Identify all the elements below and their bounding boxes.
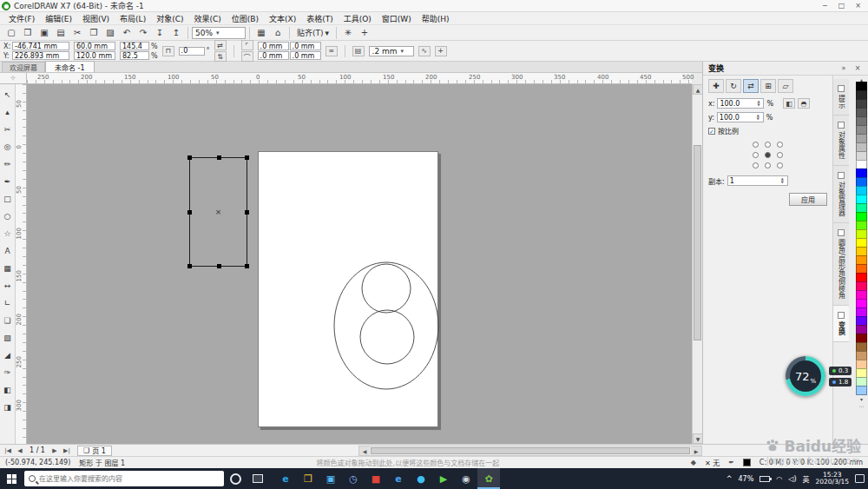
print-icon[interactable]: ▤ (53, 26, 69, 40)
table-tool[interactable]: ▦ (1, 260, 15, 277)
selection-handle-w[interactable] (187, 210, 192, 215)
anchor-point[interactable] (753, 152, 759, 158)
wrap-text-button[interactable]: ▤ (352, 46, 365, 56)
edit-corners-together-button[interactable]: ∞ (326, 46, 338, 56)
save-icon[interactable]: ▣ (36, 26, 52, 40)
menu-item[interactable]: 窗口(W) (377, 12, 417, 24)
zoom-tool[interactable]: ◎ (1, 138, 15, 155)
object-center-marker[interactable]: × (215, 208, 222, 216)
menu-item[interactable]: 效果(C) (188, 12, 226, 24)
docker-tab-corners[interactable]: 圆角/扇形角/倒棱角 (833, 223, 849, 306)
rectangle-tool[interactable]: □ (1, 190, 15, 208)
selection-handle-se[interactable] (245, 264, 249, 268)
taskbar-app-media[interactable]: ■ (365, 468, 387, 489)
dimension-tool[interactable]: ↔ (1, 277, 15, 294)
proportional-checkbox[interactable]: ✓ (708, 128, 715, 135)
selected-rectangle[interactable]: × (189, 157, 247, 267)
previous-page-button[interactable]: ◀ (15, 447, 25, 454)
transparency-tool[interactable]: ▧ (1, 329, 15, 347)
ellipse-tool[interactable]: ○ (1, 208, 15, 225)
outline-width-select[interactable]: .2 mm ▾ (369, 46, 414, 56)
selection-handle-e[interactable] (245, 210, 249, 215)
scale-y-field[interactable]: 82.5 (120, 51, 149, 60)
vertical-scroll-thumb[interactable] (694, 145, 701, 340)
docker-tab-hints[interactable]: 提示 (833, 79, 849, 116)
taskbar-app-coreldraw[interactable]: ✿ (477, 468, 500, 489)
transform-rotate-button[interactable]: ↻ (726, 79, 741, 93)
last-page-button[interactable]: ▶| (62, 447, 72, 454)
net-speed-gauge[interactable]: 72 % 0.3 1.8 (786, 356, 852, 396)
anchor-point[interactable] (765, 142, 771, 148)
connector-tool[interactable]: ∟ (1, 294, 15, 312)
round-corner-button[interactable]: ⌜ (241, 40, 253, 50)
lock-ratio-button[interactable]: ⊓ (162, 46, 174, 56)
docker-tab-object-manager[interactable]: 对象管理器 (833, 166, 849, 223)
docker-tab-object-properties[interactable]: 对象属性 (833, 116, 849, 166)
horizontal-scrollbar[interactable]: ◀ ▶ (358, 446, 702, 456)
mirror-vertical-button[interactable]: ⇅ (214, 51, 227, 62)
text-tool[interactable]: A (1, 242, 15, 260)
taskbar-app-browser[interactable]: ● (410, 468, 432, 489)
top-circle-shape[interactable] (362, 264, 411, 313)
taskbar-clock[interactable]: 15:23 2020/3/15 (816, 472, 849, 486)
transform-mirror-vertical-button[interactable]: ◓ (798, 98, 810, 109)
object-height-field[interactable]: 120.0 mm (74, 51, 115, 60)
selection-handle-ne[interactable] (245, 155, 249, 160)
page-1-tab[interactable]: ❑ 页 1 (77, 446, 112, 456)
mirror-horizontal-button[interactable]: ⇄ (214, 40, 227, 50)
minimize-button[interactable]: ─ (817, 1, 833, 11)
transform-mirror-horizontal-button[interactable]: ◧ (783, 98, 795, 109)
welcome-screen-icon[interactable]: ⌂ (270, 26, 286, 40)
horizontal-scroll-thumb[interactable] (371, 447, 690, 454)
anchor-point[interactable] (777, 142, 783, 148)
selection-handle-nw[interactable] (187, 155, 192, 160)
options-button[interactable]: ✳ (340, 26, 356, 40)
taskbar-app-edge[interactable]: e (274, 468, 297, 489)
taskbar-app-photos[interactable]: ▣ (319, 468, 342, 489)
transform-scale-mirror-button[interactable]: ⇄ (743, 79, 759, 93)
snap-to-button[interactable]: 贴齐(T) ▾ (293, 26, 332, 40)
convert-to-curve-button[interactable]: ∿ (418, 46, 431, 56)
corner-radius-field-3[interactable]: .0 mm (258, 51, 289, 60)
tray-expand-icon[interactable]: ^ (727, 475, 733, 483)
transform-position-button[interactable]: ✚ (708, 79, 724, 93)
spinner[interactable]: ▲▼ (755, 100, 761, 107)
interactive-fill-tool[interactable]: ◨ (1, 399, 15, 416)
object-y-field[interactable]: 226.893 mm (12, 51, 69, 60)
cut-icon[interactable]: ✂ (69, 26, 85, 40)
menu-item[interactable]: 帮助(H) (417, 12, 455, 24)
scale-x-field[interactable]: 145.4 (120, 42, 149, 50)
freehand-tool[interactable]: ✏ (1, 155, 15, 173)
menu-item[interactable]: 对象(C) (151, 12, 188, 24)
menu-item[interactable]: 编辑(E) (40, 12, 77, 24)
transform-skew-button[interactable]: ▱ (778, 79, 793, 93)
spinner[interactable]: ▲▼ (779, 177, 786, 184)
large-circle-shape[interactable] (334, 262, 438, 389)
scalloped-corner-button[interactable]: ⌒ (241, 51, 253, 62)
taskbar-app-store[interactable]: ▶ (432, 468, 455, 489)
copy-icon[interactable]: ❐ (86, 26, 102, 40)
shape-tool[interactable]: ▴ (1, 103, 15, 121)
vertical-scrollbar[interactable]: ▲ ▼ (692, 84, 702, 444)
notification-center-icon[interactable] (855, 474, 865, 483)
selection-handle-s[interactable] (217, 264, 221, 268)
undo-icon[interactable]: ↶ (119, 26, 135, 40)
anchor-point-selected[interactable] (765, 152, 771, 158)
transform-y-field[interactable]: 100.0 ▲▼ (717, 112, 764, 122)
crop-tool[interactable]: ✂ (1, 121, 15, 138)
menu-item[interactable]: 文本(X) (264, 12, 301, 24)
corner-radius-field-2[interactable]: .0 mm (290, 42, 321, 50)
pick-tool[interactable]: ↖ (1, 86, 15, 103)
cortana-button[interactable] (224, 468, 247, 489)
docker-close-button[interactable]: × (852, 64, 863, 72)
anchor-point[interactable] (777, 162, 783, 169)
tab-welcome-screen[interactable]: 欢迎屏幕 (2, 62, 45, 72)
palette-scroll-down[interactable]: ▾ (856, 395, 867, 402)
volume-icon[interactable]: ◁) (788, 475, 796, 483)
search-input[interactable] (39, 475, 220, 483)
anchor-point[interactable] (753, 162, 759, 169)
copies-field[interactable]: 1 ▲▼ (727, 175, 788, 186)
selection-handle-sw[interactable] (187, 264, 192, 268)
network-icon[interactable]: ◠ (776, 475, 782, 483)
apply-button[interactable]: 应用 (789, 193, 827, 206)
